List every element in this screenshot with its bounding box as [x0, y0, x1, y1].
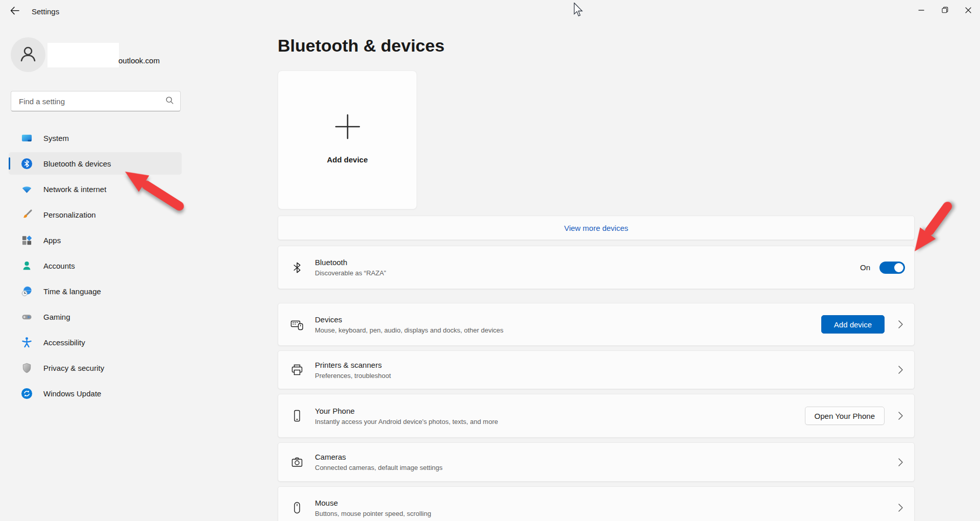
search-icon: [165, 96, 174, 107]
devices-row-subtitle: Mouse, keyboard, pen, audio, displays an…: [315, 326, 821, 334]
shield-icon: [21, 362, 33, 374]
bluetooth-icon: [21, 158, 33, 170]
sidebar-item-time-language[interactable]: Time & language: [9, 280, 182, 302]
cameras-row-subtitle: Connected cameras, default image setting…: [315, 464, 885, 471]
sidebar-item-windows-update[interactable]: Windows Update: [9, 382, 182, 405]
sidebar-item-label: Privacy & security: [43, 364, 104, 372]
bluetooth-row-subtitle: Discoverable as “RAZA”: [315, 269, 860, 277]
printers-row-subtitle: Preferences, troubleshoot: [315, 372, 885, 380]
settings-window: Settings outlook.com: [0, 0, 980, 521]
sidebar-item-gaming[interactable]: Gaming: [9, 305, 182, 328]
toggle-knob: [894, 263, 903, 272]
chevron-right-icon: [896, 503, 905, 512]
add-device-button[interactable]: Add device: [821, 315, 885, 334]
sidebar-item-label: Accessibility: [43, 338, 85, 347]
bluetooth-row[interactable]: Bluetooth Discoverable as “RAZA” On: [278, 246, 915, 289]
wifi-icon: [21, 183, 33, 195]
sidebar-item-privacy-security[interactable]: Privacy & security: [9, 357, 182, 379]
sidebar-item-label: Gaming: [43, 313, 70, 321]
chevron-right-icon: [896, 458, 905, 467]
sidebar-item-label: Accounts: [43, 262, 75, 270]
account-avatar[interactable]: [11, 37, 45, 72]
mouse-row-text: Mouse Buttons, mouse pointer speed, scro…: [315, 499, 885, 517]
search-box[interactable]: [11, 91, 181, 111]
printers-row-title: Printers & scanners: [315, 361, 885, 369]
globe-clock-icon: [21, 286, 33, 297]
restore-icon: [942, 6, 948, 15]
person-icon: [18, 43, 38, 66]
sidebar-item-bluetooth-devices[interactable]: Bluetooth & devices: [9, 152, 182, 175]
chevron-right-icon: [896, 411, 905, 420]
your-phone-row[interactable]: Your Phone Instantly access your Android…: [278, 394, 915, 438]
back-arrow-icon: [10, 6, 20, 17]
bluetooth-glyph-icon: [290, 261, 304, 274]
printers-scanners-row[interactable]: Printers & scanners Preferences, trouble…: [278, 350, 915, 389]
view-more-devices-bar[interactable]: View more devices: [278, 216, 915, 240]
gamepad-icon: [21, 311, 33, 323]
phone-icon: [290, 409, 304, 422]
sidebar-item-personalization[interactable]: Personalization: [9, 203, 182, 226]
sidebar-item-label: Bluetooth & devices: [43, 159, 111, 168]
bluetooth-row-title: Bluetooth: [315, 258, 860, 267]
bluetooth-row-text: Bluetooth Discoverable as “RAZA”: [315, 258, 860, 277]
sidebar-item-label: Time & language: [43, 287, 101, 296]
sidebar-item-label: Apps: [43, 236, 61, 245]
close-button[interactable]: [957, 0, 980, 21]
bluetooth-toggle-group: On: [860, 262, 905, 274]
your-phone-row-title: Your Phone: [315, 407, 805, 415]
search-input[interactable]: [19, 97, 165, 106]
your-phone-row-text: Your Phone Instantly access your Android…: [315, 407, 805, 425]
minimize-button[interactable]: [910, 0, 933, 21]
update-sync-icon: [21, 388, 33, 399]
paintbrush-icon: [21, 209, 33, 221]
minimize-icon: [918, 6, 924, 15]
sidebar-item-accounts[interactable]: Accounts: [9, 254, 182, 277]
chevron-right-icon: [896, 365, 905, 374]
sidebar-item-label: Network & internet: [43, 185, 106, 194]
app-title: Settings: [32, 0, 59, 22]
sidebar-item-system[interactable]: System: [9, 127, 182, 149]
printer-icon: [290, 363, 304, 376]
sidebar-item-label: System: [43, 134, 69, 143]
cameras-row-text: Cameras Connected cameras, default image…: [315, 453, 885, 471]
caption-buttons: [910, 0, 980, 21]
sidebar-item-accessibility[interactable]: Accessibility: [9, 331, 182, 353]
redacted-account-name: [47, 43, 119, 67]
account-email: outlook.com: [118, 56, 160, 65]
open-your-phone-button[interactable]: Open Your Phone: [805, 407, 885, 425]
printers-row-text: Printers & scanners Preferences, trouble…: [315, 361, 885, 380]
sidebar-item-label: Personalization: [43, 210, 96, 219]
devices-row-title: Devices: [315, 315, 821, 324]
sidebar-item-network-internet[interactable]: Network & internet: [9, 178, 182, 200]
accounts-icon: [21, 260, 33, 272]
devices-icon: [290, 318, 304, 331]
devices-row[interactable]: Devices Mouse, keyboard, pen, audio, dis…: [278, 303, 915, 346]
add-device-card[interactable]: Add device: [278, 70, 417, 209]
close-icon: [965, 6, 971, 15]
accessibility-person-icon: [21, 337, 33, 348]
chevron-right-icon: [896, 320, 905, 329]
apps-icon: [21, 234, 33, 246]
add-device-card-label: Add device: [278, 155, 416, 164]
your-phone-row-subtitle: Instantly access your Android device's p…: [315, 418, 805, 425]
camera-icon: [290, 456, 304, 469]
restore-button[interactable]: [933, 0, 957, 21]
view-more-devices-link[interactable]: View more devices: [564, 224, 628, 232]
toggle-state-label: On: [860, 263, 870, 272]
back-button[interactable]: [6, 5, 23, 18]
titlebar: Settings: [0, 0, 980, 22]
cameras-row-title: Cameras: [315, 453, 885, 461]
bluetooth-toggle[interactable]: [879, 262, 905, 274]
sidebar-item-apps[interactable]: Apps: [9, 229, 182, 251]
cameras-row[interactable]: Cameras Connected cameras, default image…: [278, 442, 915, 482]
sidebar-nav: System Bluetooth & devices Network & int…: [9, 127, 182, 408]
page-title: Bluetooth & devices: [278, 36, 445, 56]
sidebar-item-label: Windows Update: [43, 389, 101, 398]
system-icon: [21, 132, 33, 144]
plus-icon: [278, 114, 416, 139]
mouse-row-subtitle: Buttons, mouse pointer speed, scrolling: [315, 510, 885, 517]
devices-row-text: Devices Mouse, keyboard, pen, audio, dis…: [315, 315, 821, 334]
mouse-row[interactable]: Mouse Buttons, mouse pointer speed, scro…: [278, 486, 915, 521]
mouse-icon: [290, 501, 304, 514]
mouse-row-title: Mouse: [315, 499, 885, 507]
